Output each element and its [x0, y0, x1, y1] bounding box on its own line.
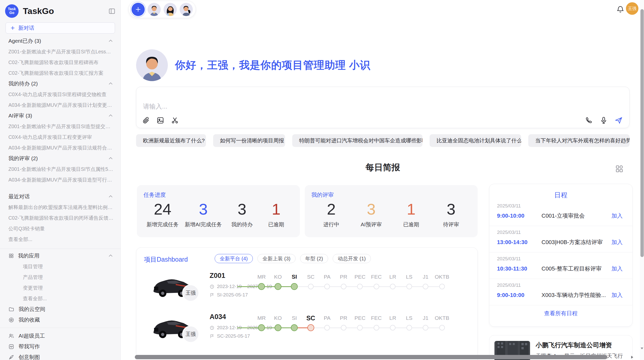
sidebar-task-item[interactable]: Z001-全新燃油轻卡产品开发项目SI节点属性5D文件评审 [0, 164, 121, 174]
session-avatar[interactable] [164, 3, 177, 16]
milestone-PEC: PEC [352, 314, 368, 334]
sidebar-link-我的云空间[interactable]: 我的云空间 [0, 304, 121, 314]
milestone-dot [341, 325, 346, 331]
milestone-label: J1 [417, 273, 434, 281]
my-apps-header[interactable]: 我的应用 [0, 250, 121, 261]
project-milestone-tag: SI-2025-05-17 [210, 292, 248, 298]
milestone-dot [374, 284, 379, 289]
sidebar-section-header[interactable]: Agent已办 (3) [0, 36, 121, 46]
add-session-button[interactable] [131, 3, 145, 16]
recent-chat-item[interactable]: 公司Q3轻卡销量 [0, 223, 121, 234]
chevron-up-icon [108, 113, 113, 118]
join-meeting-link[interactable]: 加入 [611, 238, 623, 246]
image-upload-icon[interactable] [156, 116, 164, 124]
app-link-item[interactable]: 查看全部... [0, 293, 121, 304]
milestone-label: KO [270, 314, 286, 322]
milestone-track: MR KO SI SC PA PR PEC FEC LR LS [253, 314, 450, 334]
sidebar-link-AI超级员工[interactable]: AI超级员工 [0, 331, 121, 341]
recent-chats-header[interactable]: 最近对话 [0, 191, 121, 202]
vertical-scrollbar-thumb[interactable] [640, 9, 644, 257]
clock-icon [210, 325, 214, 330]
greeting-text: 你好，王强，我是你的项目管理助理 小识 [175, 58, 370, 72]
join-meeting-link[interactable]: 加入 [611, 265, 623, 273]
stat-label: 新增完成任务 [147, 221, 179, 228]
join-meeting-link[interactable]: 加入 [611, 212, 623, 220]
view-all-schedule-link[interactable]: 查看所有日程 [489, 310, 632, 317]
project-row[interactable]: 王强 Z001 2023-12-19 ~ 2027-01-19 SI-2025-… [136, 271, 478, 312]
sidebar-task-item[interactable]: Z001-全新燃油皮卡产品开发项目SI节点Lesson Learn报告 [0, 46, 121, 57]
stat: 3 新增AI完成任务 [185, 201, 222, 228]
sidebar-section-header[interactable]: AI评审 (3) [0, 110, 121, 121]
new-chat-button[interactable]: 新对话 [6, 22, 115, 34]
milestone-dot [374, 325, 379, 331]
sidebar-task-item[interactable]: C02-飞腾新能源轻客改款项目里程碑画布 [0, 57, 121, 68]
stat-value: 1 [397, 201, 425, 218]
stat: 3 AI预评审 [357, 201, 385, 228]
sidebar-section-header[interactable]: 我的评审 (2) [0, 153, 121, 164]
sidebar-link-帮我写作[interactable]: 帮我写作 [0, 341, 121, 352]
scroll-down-arrow-icon[interactable] [640, 347, 643, 350]
suggestion-chip[interactable]: 如何写一份清晰的项目周报 [213, 134, 285, 147]
sidebar-header: Task Go TaskGo [0, 0, 121, 21]
scissors-icon[interactable] [171, 116, 179, 124]
suggestion-chip[interactable]: 当下年轻人对汽车外观有怎样的喜好趋势 [528, 134, 630, 147]
suggestion-chip[interactable]: 比亚迪全固态电池计划具体说了什么 [430, 134, 521, 147]
user-avatar[interactable]: 王强 [626, 2, 638, 15]
sidebar-section-header[interactable]: 我的待办 (2) [0, 78, 121, 89]
milestone-LS: LS [401, 314, 418, 334]
sidebar-link-创意制图[interactable]: 创意制图 [0, 352, 121, 360]
stat-value: 3 [437, 201, 465, 218]
recent-view-all-link[interactable]: 查看全部... [0, 234, 121, 245]
notification-bell-icon[interactable] [616, 5, 624, 14]
recent-chat-item[interactable]: C02-飞腾新能源轻客改款项目的闭环通告反馈情况 [0, 213, 121, 223]
send-icon[interactable] [615, 116, 623, 124]
milestone-label: SC [303, 273, 319, 281]
sidebar-task-item[interactable]: A034-全新新能源MUV产品开发项目法规符合性评审 [0, 142, 121, 153]
flag-icon [210, 334, 214, 339]
recent-chat-item[interactable]: 解释最新出台的欧盟报废车法规再生塑料比例被调至15%... [0, 202, 121, 213]
milestone-dot [291, 324, 298, 331]
microphone-icon[interactable] [600, 116, 608, 124]
dashboard-filter-pill[interactable]: 全新平台 (4) [215, 254, 253, 263]
briefing-layout-icon[interactable] [615, 164, 624, 173]
stat-card: 我的评审 2 进行中 3 AI预评审 1 已逾期 3 待评审 [305, 185, 478, 237]
sidebar-section: AI评审 (3) Z001-全新燃油轻卡产品开发项目SI造型提交物评审C0X4-… [0, 110, 121, 153]
dashboard-filter-pill[interactable]: 年型 (2) [300, 254, 328, 263]
sidebar-task-item[interactable]: A034-全新新能源MUV产品开发项目计划变更表编写 [0, 100, 121, 110]
sidebar-link-我的收藏[interactable]: 我的收藏 [0, 314, 121, 325]
project-row[interactable]: 王强 A034 2023-12-19 ~ 2026-01-19 SC-2025-… [136, 312, 478, 353]
suggestion-chip[interactable]: 特朗普可能对进口汽车增税会对中国车企造成哪些影响 [292, 134, 422, 147]
write-icon [8, 344, 14, 350]
app-link-item[interactable]: 项目管理 [0, 261, 121, 272]
attachment-icon[interactable] [142, 116, 150, 124]
milestone-OKTB: OKTB [434, 314, 450, 334]
scroll-right-arrow-icon[interactable] [630, 355, 634, 359]
message-input[interactable] [142, 91, 550, 126]
sidebar-task-item[interactable]: C0X4-动力总成开发项目SI里程碑提交物检查 [0, 89, 121, 100]
dashboard-filter-pill[interactable]: 全新上装 (3) [257, 254, 296, 263]
milestone-dot [423, 325, 428, 331]
schedule-time: 9:00-10:00 [497, 292, 541, 298]
schedule-item: 2025/03/11 9:00-10:00 C001-立项审批会 加入 [489, 200, 632, 226]
stat: 24 新增完成任务 [147, 201, 179, 228]
sidebar-task-item[interactable]: C0X4-动力总成开发项目工程变更评审 [0, 132, 121, 142]
session-avatar[interactable] [148, 3, 161, 16]
app-link-item[interactable]: 变更管理 [0, 282, 121, 293]
sidebar-collapse-icon[interactable] [108, 8, 115, 14]
dashboard-filter-pill[interactable]: 动总开发 (1) [333, 254, 371, 263]
app-link-item[interactable]: 产品管理 [0, 272, 121, 282]
join-meeting-link[interactable]: 加入 [611, 291, 623, 299]
sidebar-task-item[interactable]: Z001-全新燃油轻卡产品开发项目SI造型提交物评审 [0, 121, 121, 132]
sidebar-task-item[interactable]: C02-飞腾新能源轻客改款项目立项汇报方案 [0, 68, 121, 78]
sidebar-section-title: Agent已办 (3) [8, 37, 108, 44]
suggestion-chip[interactable]: 欧洲新规最近颁布了什么? [136, 134, 206, 147]
milestone-SC: SC [303, 273, 319, 292]
chevron-up-icon [108, 194, 113, 199]
milestone-label: SI [286, 314, 303, 322]
horizontal-scrollbar-thumb[interactable] [135, 355, 607, 359]
sidebar-task-item[interactable]: A034-全新新能源MUV产品开发项目造型可行性评审 [0, 174, 121, 185]
voice-call-icon[interactable] [585, 116, 593, 124]
session-avatar[interactable] [180, 3, 193, 16]
milestone-dot [258, 324, 265, 331]
schedule-item: 2025/03/11 10:30-11:30 C005-整车工程目标评审 加入 [489, 252, 632, 279]
